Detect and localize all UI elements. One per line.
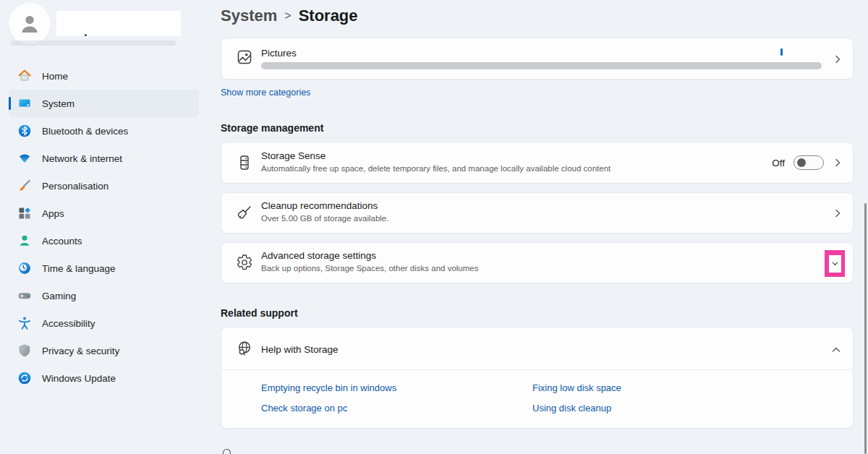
storage-sense-description: Automatically free up space, delete temp…: [261, 164, 610, 173]
help-link-recycle-bin[interactable]: Emptying recycle bin in windows: [261, 382, 532, 393]
scrollbar[interactable]: [864, 203, 867, 454]
paintbrush-icon: [17, 179, 32, 193]
broom-icon: [236, 204, 253, 221]
sidebar: Home System: [0, 0, 210, 454]
advanced-description: Back up options, Storage Spaces, other d…: [261, 264, 478, 273]
person-icon: [17, 12, 42, 36]
sidebar-item-label: Time & language: [42, 263, 116, 274]
home-icon: [17, 69, 32, 83]
help-card-title: Help with Storage: [261, 344, 339, 355]
cleanup-title: Cleanup recommendations: [261, 200, 378, 211]
chevron-right-icon: [833, 208, 843, 218]
chevron-right-icon: [833, 158, 843, 168]
show-more-categories-link[interactable]: Show more categories: [221, 87, 310, 98]
pictures-icon: [236, 48, 253, 66]
sidebar-item-windows-update[interactable]: Windows Update: [9, 364, 199, 392]
sidebar-item-label: Home: [42, 71, 68, 82]
advanced-expand-button[interactable]: [829, 255, 841, 273]
sidebar-item-time-language[interactable]: Time & language: [9, 254, 199, 282]
help-link-low-disk-space[interactable]: Fixing low disk space: [532, 382, 804, 393]
pictures-card-title: Pictures: [261, 48, 297, 59]
sidebar-item-home[interactable]: Home: [9, 62, 199, 90]
redaction-artifact: [85, 34, 87, 36]
sidebar-item-network[interactable]: Network & internet: [9, 145, 199, 172]
partial-icon: [223, 449, 231, 454]
storage-sense-icon: [236, 154, 253, 171]
shield-icon: [17, 343, 32, 358]
breadcrumb-separator-icon: >: [277, 9, 298, 22]
chevron-down-icon: [831, 260, 839, 267]
sidebar-item-gaming[interactable]: Gaming: [9, 282, 199, 309]
globe-search-icon: [236, 340, 253, 357]
sidebar-item-bluetooth[interactable]: Bluetooth & devices: [9, 117, 199, 145]
sidebar-nav: Home System: [9, 62, 199, 392]
clock-icon: [17, 261, 32, 275]
highlight-annotation-box: [825, 250, 845, 277]
sidebar-item-label: Bluetooth & devices: [42, 126, 128, 137]
collapse-button[interactable]: [831, 345, 841, 355]
cleanup-recommendations-card[interactable]: Cleanup recommendations Over 5.00 GB of …: [221, 192, 854, 234]
help-link-disk-cleanup[interactable]: Using disk cleanup: [532, 403, 804, 414]
update-icon: [17, 371, 32, 385]
chevron-up-icon: [831, 345, 841, 355]
advanced-title: Advanced storage settings: [261, 250, 376, 261]
pictures-category-card[interactable]: Pictures: [221, 38, 854, 80]
sidebar-item-label: Windows Update: [42, 373, 116, 384]
breadcrumb-parent[interactable]: System: [221, 7, 277, 25]
page-title: Storage: [299, 7, 358, 25]
storage-sense-toggle-label: Off: [772, 158, 785, 168]
help-links: Emptying recycle bin in windows Fixing l…: [261, 382, 825, 414]
sidebar-item-label: Accessibility: [42, 318, 95, 329]
gamepad-icon: [17, 288, 32, 303]
sidebar-item-system[interactable]: System: [9, 90, 199, 117]
sidebar-item-apps[interactable]: Apps: [9, 200, 199, 227]
search-box-blurred[interactable]: [11, 40, 176, 46]
gear-icon: [236, 254, 253, 271]
pictures-size-redacted: [780, 48, 783, 56]
sidebar-item-label: Gaming: [42, 291, 76, 301]
sidebar-item-privacy[interactable]: Privacy & security: [9, 337, 199, 364]
help-link-check-storage[interactable]: Check storage on pc: [261, 403, 532, 414]
cleanup-description: Over 5.00 GB of storage available.: [261, 214, 388, 223]
sidebar-item-label: System: [42, 98, 75, 109]
storage-sense-card[interactable]: Storage Sense Automatically free up spac…: [221, 142, 854, 184]
sidebar-item-label: Privacy & security: [42, 346, 119, 356]
apps-icon: [17, 206, 32, 220]
divider: [221, 369, 853, 370]
sidebar-item-label: Network & internet: [42, 153, 122, 164]
sidebar-item-personalisation[interactable]: Personalisation: [9, 172, 199, 200]
accounts-icon: [17, 234, 32, 248]
advanced-storage-settings-card[interactable]: Advanced storage settings Back up option…: [221, 242, 854, 283]
sidebar-item-label: Apps: [42, 208, 64, 219]
user-avatar[interactable]: [9, 3, 51, 45]
storage-sense-title: Storage Sense: [261, 150, 326, 161]
sidebar-item-label: Personalisation: [42, 181, 109, 192]
help-with-storage-card: Help with Storage Emptying recycle bin i…: [221, 327, 854, 429]
bluetooth-icon: [17, 124, 32, 138]
accessibility-icon: [17, 316, 32, 330]
storage-management-heading: Storage management: [221, 122, 323, 134]
system-icon: [17, 96, 32, 111]
sidebar-item-accounts[interactable]: Accounts: [9, 227, 199, 254]
network-icon: [17, 151, 32, 166]
sidebar-item-label: Accounts: [42, 236, 82, 247]
chevron-right-icon: [833, 54, 843, 64]
sidebar-item-accessibility[interactable]: Accessibility: [9, 309, 199, 337]
user-name-redacted: [56, 11, 181, 36]
related-support-heading: Related support: [221, 307, 298, 319]
storage-sense-toggle[interactable]: [793, 155, 824, 170]
breadcrumb: System>Storage: [221, 7, 358, 25]
toggle-knob: [797, 158, 806, 167]
pictures-usage-bar: [261, 62, 822, 69]
